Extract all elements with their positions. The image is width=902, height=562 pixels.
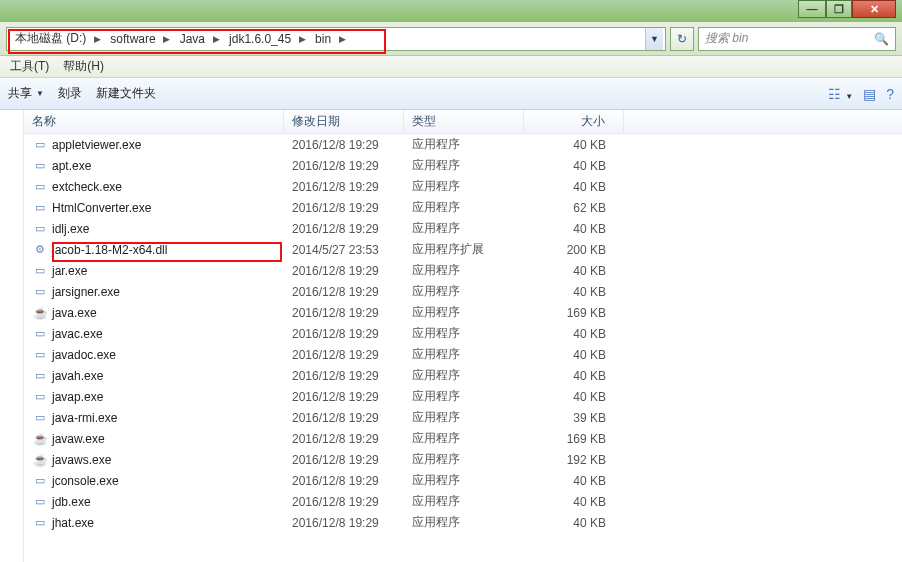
file-type: 应用程序	[404, 157, 524, 174]
file-type: 应用程序	[404, 367, 524, 384]
chevron-right-icon[interactable]: ▶	[335, 34, 349, 44]
address-dropdown-icon[interactable]: ▼	[645, 28, 663, 50]
file-row[interactable]: javaw.exe2016/12/8 19:29应用程序169 KB	[24, 428, 902, 449]
file-name: jar.exe	[52, 264, 87, 278]
column-header-name[interactable]: 名称	[24, 110, 284, 133]
window-maximize-button[interactable]: ❐	[826, 0, 852, 18]
toolbar-share-label: 共享	[8, 85, 32, 102]
dll-file-icon	[32, 242, 48, 258]
file-name: appletviewer.exe	[52, 138, 141, 152]
file-date: 2014/5/27 23:53	[284, 243, 404, 257]
file-type: 应用程序	[404, 493, 524, 510]
file-type: 应用程序	[404, 451, 524, 468]
file-name: jhat.exe	[52, 516, 94, 530]
exe-file-icon	[32, 368, 48, 384]
file-name: java-rmi.exe	[52, 411, 117, 425]
toolbar-new-folder[interactable]: 新建文件夹	[96, 85, 156, 102]
breadcrumb-item[interactable]: bin	[309, 28, 335, 50]
breadcrumb-item[interactable]: 本地磁盘 (D:)	[9, 28, 90, 50]
file-row[interactable]: idlj.exe2016/12/8 19:29应用程序40 KB	[24, 218, 902, 239]
file-type: 应用程序	[404, 346, 524, 363]
file-row[interactable]: jacob-1.18-M2-x64.dll2014/5/27 23:53应用程序…	[24, 239, 902, 260]
file-type: 应用程序	[404, 199, 524, 216]
file-size: 40 KB	[524, 159, 624, 173]
menu-tools[interactable]: 工具(T)	[10, 58, 49, 75]
file-date: 2016/12/8 19:29	[284, 348, 404, 362]
file-row[interactable]: apt.exe2016/12/8 19:29应用程序40 KB	[24, 155, 902, 176]
file-type: 应用程序	[404, 262, 524, 279]
file-row[interactable]: javah.exe2016/12/8 19:29应用程序40 KB	[24, 365, 902, 386]
refresh-button[interactable]: ↻	[670, 27, 694, 51]
column-header-size[interactable]: 大小	[524, 110, 624, 133]
file-row[interactable]: javap.exe2016/12/8 19:29应用程序40 KB	[24, 386, 902, 407]
file-name: jarsigner.exe	[52, 285, 120, 299]
search-input[interactable]: 搜索 bin 🔍	[698, 27, 896, 51]
file-date: 2016/12/8 19:29	[284, 390, 404, 404]
file-row[interactable]: javadoc.exe2016/12/8 19:29应用程序40 KB	[24, 344, 902, 365]
navigation-pane[interactable]	[0, 110, 24, 562]
file-row[interactable]: HtmlConverter.exe2016/12/8 19:29应用程序62 K…	[24, 197, 902, 218]
file-row[interactable]: jarsigner.exe2016/12/8 19:29应用程序40 KB	[24, 281, 902, 302]
file-type: 应用程序	[404, 304, 524, 321]
file-type: 应用程序	[404, 325, 524, 342]
file-name: jdb.exe	[52, 495, 91, 509]
file-row[interactable]: javac.exe2016/12/8 19:29应用程序40 KB	[24, 323, 902, 344]
view-options-icon[interactable]: ☷ ▼	[828, 86, 853, 102]
search-placeholder: 搜索 bin	[705, 30, 748, 47]
file-row[interactable]: jar.exe2016/12/8 19:29应用程序40 KB	[24, 260, 902, 281]
breadcrumb-item[interactable]: Java	[174, 28, 209, 50]
java-file-icon	[32, 305, 48, 321]
exe-file-icon	[32, 347, 48, 363]
chevron-right-icon[interactable]: ▶	[209, 34, 223, 44]
file-list-area: 名称 修改日期 类型 大小 appletviewer.exe2016/12/8 …	[24, 110, 902, 562]
file-type: 应用程序	[404, 514, 524, 531]
file-row[interactable]: java-rmi.exe2016/12/8 19:29应用程序39 KB	[24, 407, 902, 428]
toolbar-burn-label: 刻录	[58, 85, 82, 102]
address-bar[interactable]: 本地磁盘 (D:)▶software▶Java▶jdk1.6.0_45▶bin▶…	[6, 27, 666, 51]
file-type: 应用程序扩展	[404, 241, 524, 258]
file-row[interactable]: jhat.exe2016/12/8 19:29应用程序40 KB	[24, 512, 902, 533]
file-name: javap.exe	[52, 390, 103, 404]
toolbar: 共享 ▼ 刻录 新建文件夹 ☷ ▼ ▤ ?	[0, 78, 902, 110]
window-close-button[interactable]: ✕	[852, 0, 896, 18]
chevron-right-icon[interactable]: ▶	[295, 34, 309, 44]
column-header-type[interactable]: 类型	[404, 110, 524, 133]
file-date: 2016/12/8 19:29	[284, 138, 404, 152]
file-size: 62 KB	[524, 201, 624, 215]
file-date: 2016/12/8 19:29	[284, 369, 404, 383]
chevron-right-icon[interactable]: ▶	[160, 34, 174, 44]
menu-bar: 工具(T) 帮助(H)	[0, 56, 902, 78]
file-row[interactable]: appletviewer.exe2016/12/8 19:29应用程序40 KB	[24, 134, 902, 155]
file-name: java.exe	[52, 306, 97, 320]
file-row[interactable]: jconsole.exe2016/12/8 19:29应用程序40 KB	[24, 470, 902, 491]
column-header-date[interactable]: 修改日期	[284, 110, 404, 133]
file-name: extcheck.exe	[52, 180, 122, 194]
file-row[interactable]: jdb.exe2016/12/8 19:29应用程序40 KB	[24, 491, 902, 512]
details-pane-icon[interactable]: ▤	[863, 86, 876, 102]
file-size: 40 KB	[524, 138, 624, 152]
file-name: javaws.exe	[52, 453, 111, 467]
file-row[interactable]: extcheck.exe2016/12/8 19:29应用程序40 KB	[24, 176, 902, 197]
exe-file-icon	[32, 410, 48, 426]
file-type: 应用程序	[404, 136, 524, 153]
file-row[interactable]: java.exe2016/12/8 19:29应用程序169 KB	[24, 302, 902, 323]
file-size: 40 KB	[524, 516, 624, 530]
menu-help[interactable]: 帮助(H)	[63, 58, 104, 75]
exe-file-icon	[32, 221, 48, 237]
file-type: 应用程序	[404, 472, 524, 489]
file-row[interactable]: javaws.exe2016/12/8 19:29应用程序192 KB	[24, 449, 902, 470]
help-icon[interactable]: ?	[886, 86, 894, 102]
file-date: 2016/12/8 19:29	[284, 222, 404, 236]
file-date: 2016/12/8 19:29	[284, 327, 404, 341]
toolbar-burn[interactable]: 刻录	[58, 85, 82, 102]
window-minimize-button[interactable]: —	[798, 0, 826, 18]
file-size: 40 KB	[524, 264, 624, 278]
toolbar-share[interactable]: 共享 ▼	[8, 85, 44, 102]
exe-file-icon	[32, 263, 48, 279]
chevron-right-icon[interactable]: ▶	[90, 34, 104, 44]
file-size: 40 KB	[524, 285, 624, 299]
file-date: 2016/12/8 19:29	[284, 474, 404, 488]
breadcrumb-item[interactable]: software	[104, 28, 159, 50]
file-list[interactable]: appletviewer.exe2016/12/8 19:29应用程序40 KB…	[24, 134, 902, 562]
breadcrumb-item[interactable]: jdk1.6.0_45	[223, 28, 295, 50]
